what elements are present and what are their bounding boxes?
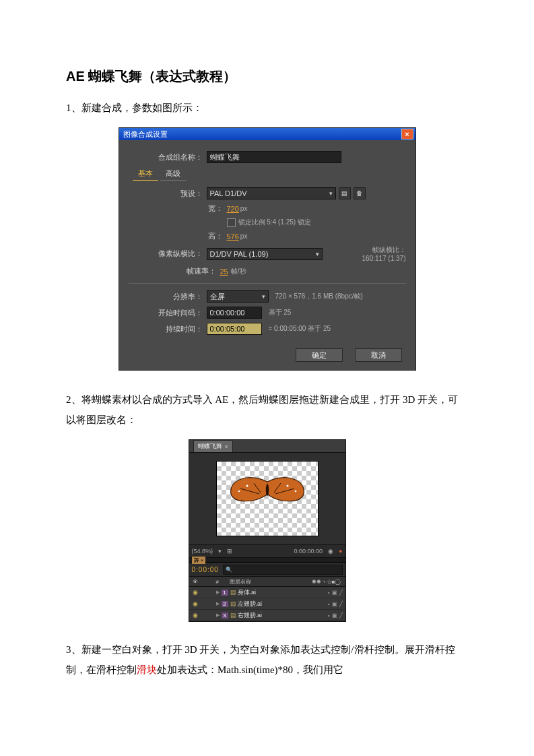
toolbar-layers-icon[interactable]: ⊞: [227, 548, 232, 555]
svg-point-1: [246, 484, 248, 486]
layer-name: 左翅膀.ai: [238, 600, 309, 608]
step-3: 3、新建一空白对象，打开 3D 开关，为空白对象添加表达式控制/滑杆控制。展开滑…: [66, 639, 468, 680]
eye-icon[interactable]: ◉: [189, 600, 201, 607]
snapshot-icon[interactable]: ◉: [328, 548, 333, 555]
height-value[interactable]: 576: [227, 232, 239, 241]
delete-preset-icon[interactable]: 🗑: [354, 187, 366, 199]
cancel-button[interactable]: 取消: [355, 348, 402, 362]
close-icon[interactable]: ×: [401, 129, 413, 139]
comp-tab[interactable]: 蝴蝶飞舞×: [193, 440, 233, 452]
preset-label: 预设：: [129, 189, 207, 199]
eye-column-icon: 👁: [189, 579, 201, 585]
timeline-tab[interactable]: 舞 ×: [192, 557, 206, 564]
lock-aspect-checkbox[interactable]: [227, 218, 236, 227]
svg-point-3: [238, 491, 240, 493]
3d-switch-icon[interactable]: ▣: [332, 612, 337, 619]
resolution-combo[interactable]: 全屏: [207, 290, 269, 303]
toolbar-timecode[interactable]: 0:00:00:00: [294, 548, 323, 555]
toolbar-dot-icon[interactable]: ●: [339, 548, 342, 555]
butterfly-image: [227, 476, 308, 509]
layer-search[interactable]: [223, 565, 343, 575]
preset-combo[interactable]: PAL D1/DV: [207, 187, 336, 199]
lock-aspect-label: 锁定比例 5:4 (1.25) 锁定: [238, 218, 311, 227]
zoom-value[interactable]: (54.8%): [192, 548, 213, 555]
eye-icon[interactable]: ◉: [189, 612, 201, 619]
par-combo[interactable]: D1/DV PAL (1.09): [207, 248, 323, 260]
height-label: 高：: [129, 231, 227, 241]
col-name: 图层名称: [228, 578, 312, 586]
width-value[interactable]: 720: [227, 205, 239, 213]
resolution-note: 720 × 576，1.6 MB (8bpc/帧): [275, 292, 363, 301]
comp-name-label: 合成组名称：: [129, 152, 207, 162]
par-label: 像素纵横比：: [129, 249, 207, 259]
start-tc-label: 开始时间码：: [129, 308, 207, 318]
layer-row[interactable]: ◉▶1▤身体.ai•▣╱: [189, 587, 345, 598]
duration-label: 持续时间：: [129, 324, 207, 334]
start-tc-note: 基于 25: [269, 308, 292, 317]
layer-row[interactable]: ◉▶3▤右翅膀.ai•▣╱: [189, 610, 345, 621]
comp-settings-dialog: 图像合成设置 × 合成组名称： 基本 高级 预设： PAL D1/DV ▤ 🗑: [119, 127, 416, 371]
layer-name: 右翅膀.ai: [238, 611, 309, 620]
fps-value[interactable]: 25: [220, 267, 228, 276]
start-tc-input[interactable]: [207, 307, 262, 319]
file-icon: ▤: [230, 589, 238, 596]
frame-aspect-value: 160:117 (1.37): [362, 255, 405, 262]
ok-button[interactable]: 确定: [296, 348, 343, 362]
file-icon: ▤: [230, 612, 238, 619]
file-icon: ▤: [230, 600, 238, 607]
resolution-label: 分辨率：: [129, 292, 207, 302]
width-label: 宽：: [129, 203, 227, 214]
svg-point-2: [286, 484, 288, 486]
duration-input[interactable]: [207, 323, 262, 335]
preview-canvas[interactable]: [216, 461, 319, 536]
step-1: 1、新建合成，参数如图所示：: [66, 98, 468, 118]
frame-aspect-label: 帧纵横比：: [372, 246, 406, 253]
highlight-slider: 滑块: [137, 664, 157, 675]
layer-row[interactable]: ◉▶2▤左翅膀.ai•▣╱: [189, 598, 345, 610]
switches-column: ✺✺ヽ☆■◯: [312, 578, 345, 586]
save-preset-icon[interactable]: ▤: [339, 187, 351, 199]
layer-name: 身体.ai: [238, 588, 309, 597]
3d-switch-icon[interactable]: ▣: [332, 590, 337, 596]
step-2: 2、将蝴蝶素材以合成的方式导入 AE，然后蝴蝶图层拖进新建合成里，打开 3D 开…: [66, 389, 468, 430]
dialog-title: 图像合成设置: [123, 129, 168, 139]
svg-point-4: [294, 491, 296, 493]
timeline-timecode[interactable]: 0:00:00: [192, 566, 219, 573]
comp-name-input[interactable]: [207, 151, 341, 163]
tab-advanced[interactable]: 高级: [160, 167, 186, 181]
eye-icon[interactable]: ◉: [189, 589, 201, 596]
tab-basic[interactable]: 基本: [133, 167, 158, 181]
doc-title: AE 蝴蝶飞舞（表达式教程）: [66, 67, 468, 86]
3d-switch-icon[interactable]: ▣: [332, 601, 337, 607]
comp-preview-panel: 蝴蝶飞舞× (54.8%): [189, 439, 346, 622]
duration-note: = 0:00:05:00 基于 25: [269, 324, 331, 334]
svg-point-0: [265, 484, 268, 496]
fps-label: 帧速率：: [129, 266, 220, 276]
